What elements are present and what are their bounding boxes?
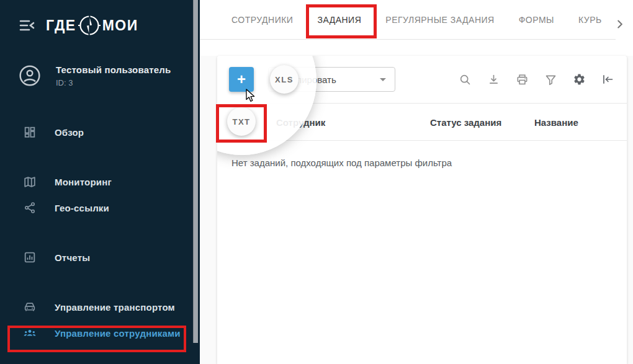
export-xls-button[interactable]: XLS [270,65,299,94]
print-icon[interactable] [516,73,529,86]
dashboard-icon [22,125,37,140]
column-header-status[interactable]: Статус задания [430,104,501,141]
sidebar-item-label: Управление транспортом [55,302,175,313]
avatar-icon [17,63,42,88]
reports-icon [22,250,37,265]
compass-icon [77,13,102,38]
tabs-strip: СОТРУДНИКИ ЗАДАНИЯ РЕГУЛЯРНЫЕ ЗАДАНИЯ ФО… [200,0,633,56]
sidebar-nav: Обзор Мониторинг [0,119,200,346]
app-logo: ГДЕ МОИ [46,13,138,38]
tasks-panel: Группировать [217,56,627,364]
sidebar-item-employees[interactable]: Управление сотрудниками [0,320,200,346]
app-window: ГДЕ МОИ Тестовый пользователь ID: 3 [0,0,633,364]
people-icon [22,326,37,340]
sidebar-item-label: Обзор [55,127,84,138]
sidebar-item-reports[interactable]: Отчеты [0,244,200,270]
tabs-scroll-right-icon[interactable] [613,17,627,31]
tab-tasks[interactable]: ЗАДАНИЯ [317,15,361,25]
user-profile[interactable]: Тестовый пользователь ID: 3 [17,63,200,88]
user-id: ID: 3 [56,78,171,87]
tab-employees[interactable]: СОТРУДНИКИ [231,15,293,25]
car-icon [22,300,37,314]
sidebar-item-monitoring[interactable]: Мониторинг [0,169,200,195]
add-task-button[interactable]: + [229,67,254,92]
export-txt-button[interactable]: TXT [227,107,256,136]
user-name: Тестовый пользователь [56,64,171,75]
logo-text-right: МОИ [102,17,138,34]
main-area: СОТРУДНИКИ ЗАДАНИЯ РЕГУЛЯРНЫЕ ЗАДАНИЯ ФО… [200,0,633,364]
tab-regular-tasks[interactable]: РЕГУЛЯРНЫЕ ЗАДАНИЯ [385,15,494,25]
search-icon[interactable] [459,73,472,86]
sidebar: ГДЕ МОИ Тестовый пользователь ID: 3 [0,0,200,364]
sidebar-scrollbar[interactable] [193,0,198,343]
logo-text-left: ГДЕ [46,17,76,34]
sidebar-item-overview[interactable]: Обзор [0,119,200,145]
sidebar-item-label: Мониторинг [55,177,112,187]
collapse-menu-icon[interactable] [19,18,36,33]
column-header-name[interactable]: Название [534,104,578,141]
collapse-left-icon[interactable] [601,73,614,86]
map-icon [22,174,37,189]
filter-icon[interactable] [544,73,557,86]
sidebar-item-label: Отчеты [55,252,90,263]
tab-couriers-clipped[interactable]: КУРЬ [578,15,602,25]
sidebar-header: ГДЕ МОИ [0,0,200,38]
sidebar-item-geolinks[interactable]: Гео-ссылки [0,195,200,221]
share-icon [22,200,37,215]
caret-down-icon [380,78,386,81]
toolbar-icons [459,67,614,92]
settings-icon[interactable] [573,73,586,86]
download-icon[interactable] [487,73,500,86]
tabs-row: СОТРУДНИКИ ЗАДАНИЯ РЕГУЛЯРНЫЕ ЗАДАНИЯ ФО… [200,0,616,40]
tab-forms[interactable]: ФОРМЫ [519,15,554,25]
sidebar-item-transport[interactable]: Управление транспортом [0,294,200,320]
sidebar-item-label: Гео-ссылки [55,203,109,213]
sidebar-item-label: Управление сотрудниками [55,328,181,339]
